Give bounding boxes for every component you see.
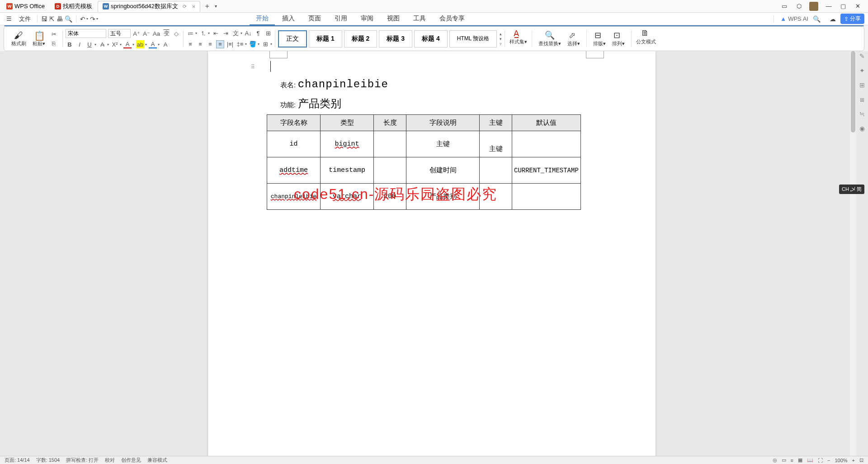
proofread[interactable]: 校对 (105, 457, 115, 464)
style-html[interactable]: HTML 预设格 (449, 30, 497, 47)
phonetic-icon[interactable]: 变 (162, 29, 170, 38)
grid-icon[interactable]: ⊞ (859, 81, 865, 89)
fontcolor-dropdown[interactable]: ▾ (132, 43, 134, 47)
style-scroll[interactable]: ▴▾▿ (499, 32, 502, 46)
save-icon[interactable]: 🖫 (41, 15, 47, 23)
align-left-icon[interactable]: ≡ (186, 40, 194, 48)
text-direction-icon[interactable]: 文 (231, 29, 240, 38)
close-window-icon[interactable]: ✕ (854, 3, 862, 9)
grow-font-icon[interactable]: A⁺ (132, 29, 141, 38)
select-button[interactable]: ⬀ 选择▾ (566, 30, 582, 47)
format-brush-button[interactable]: 🖌 格式刷 (9, 30, 28, 47)
bold-button[interactable]: B (66, 40, 74, 48)
increase-indent-icon[interactable]: ⇥ (222, 29, 230, 38)
zoom-value[interactable]: 100% (835, 458, 847, 463)
spell-check-status[interactable]: 拼写检查: 打开 (66, 457, 99, 464)
change-case-icon[interactable]: Aa (152, 29, 160, 38)
number-list-icon[interactable]: ⒈ (199, 29, 207, 38)
cut-icon[interactable]: ✂ (50, 30, 58, 38)
cube-icon[interactable]: ⬡ (795, 3, 803, 9)
shrink-font-icon[interactable]: A⁻ (142, 29, 151, 38)
decrease-indent-icon[interactable]: ⇤ (212, 29, 220, 38)
close-icon[interactable]: × (192, 3, 196, 10)
tab-tools[interactable]: 工具 (407, 13, 432, 25)
tab-vip[interactable]: 会员专享 (433, 13, 471, 25)
outline-view-icon[interactable]: ≡ (791, 458, 793, 463)
tab-review[interactable]: 审阅 (354, 13, 380, 25)
line-spacing-icon[interactable]: ‡≡ (236, 40, 244, 48)
tab-view[interactable]: 视图 (381, 13, 406, 25)
vertical-scrollbar[interactable] (850, 51, 856, 456)
tab-docer[interactable]: D 找稻壳模板 (50, 1, 97, 12)
drag-handle-icon[interactable]: ⠿ (251, 64, 255, 70)
cloud-icon[interactable]: ☁ (830, 15, 836, 23)
tab-page[interactable]: 页面 (302, 13, 327, 25)
table-row[interactable]: chanpinleibie varchar 200 产品类别 (267, 184, 581, 210)
distribute-icon[interactable]: |≡| (226, 40, 234, 48)
strikethrough-button[interactable]: A̶ (98, 40, 106, 48)
file-menu[interactable]: 文件 (16, 14, 33, 24)
bullet-dropdown[interactable]: ▾ (195, 31, 197, 35)
style-h2[interactable]: 标题 2 (344, 30, 377, 47)
ime-badge[interactable]: CH 乄 简 (839, 185, 864, 194)
italic-button[interactable]: I (75, 40, 84, 48)
web-view-icon[interactable]: ▦ (798, 457, 802, 463)
dir-dropdown[interactable]: ▾ (241, 31, 242, 35)
align-right-icon[interactable]: ≡ (206, 40, 214, 48)
wps-ai-button[interactable]: ▲ WPS AI (780, 15, 808, 22)
undo-icon[interactable]: ↶ (80, 15, 85, 23)
tab-document[interactable]: W springboot56d42数据库文 ⟳ × (98, 1, 200, 12)
format-marks-icon[interactable]: ⊞ (264, 29, 272, 38)
align-justify-icon[interactable]: ≡ (216, 40, 224, 48)
style-h1[interactable]: 标题 1 (309, 30, 342, 47)
docmode-button[interactable]: 🗎 公文模式 (634, 28, 658, 49)
align-center-icon[interactable]: ≡ (196, 40, 204, 48)
read-view-icon[interactable]: 📖 (807, 457, 813, 463)
pencil-icon[interactable]: ✎ (859, 52, 865, 60)
redo-dropdown[interactable]: ▾ (96, 17, 98, 21)
zoom-in-icon[interactable]: + (852, 458, 855, 463)
table-row[interactable]: id bigint 主键 主键 (267, 131, 581, 157)
strike-dropdown[interactable]: ▾ (107, 43, 109, 47)
underline-dropdown[interactable]: ▾ (94, 43, 96, 47)
font-color-button[interactable]: A (123, 40, 132, 48)
char-border-button[interactable]: A (161, 40, 170, 48)
style-h4[interactable]: 标题 4 (414, 30, 448, 47)
hamburger-icon[interactable]: ☰ (4, 14, 14, 23)
target-icon[interactable]: ◎ (773, 457, 777, 463)
scrollbar-thumb[interactable] (851, 51, 855, 133)
database-table[interactable]: 字段名称 类型 长度 字段说明 主键 默认值 id bigint 主键 主键 a… (267, 114, 581, 210)
word-count[interactable]: 字数: 1504 (36, 457, 60, 464)
paste-button[interactable]: 📋 粘贴▾ (31, 30, 47, 47)
stamp-icon[interactable]: ◉ (859, 125, 865, 132)
zoom-out-icon[interactable]: − (827, 458, 830, 463)
minimize-icon[interactable]: — (825, 3, 833, 9)
bullet-list-icon[interactable]: ≔ (186, 29, 194, 38)
compat-mode[interactable]: 兼容模式 (147, 457, 167, 464)
page-view-icon[interactable]: ▭ (782, 457, 786, 463)
export-icon[interactable]: ⇱ (49, 15, 55, 23)
tab-reference[interactable]: 引用 (328, 13, 354, 25)
sync-icon[interactable]: ⟳ (183, 4, 187, 9)
document-area[interactable]: ⠿ 表名: chanpinleibie 功能: 产品类别 字段名称 类型 长度 … (0, 51, 868, 456)
size-select[interactable] (108, 29, 131, 38)
tab-dropdown[interactable]: ▾ (213, 4, 219, 9)
highlight-dropdown[interactable]: ▾ (145, 43, 147, 47)
styleset-button[interactable]: A̲ 样式集▾ (508, 28, 529, 49)
avatar[interactable] (809, 2, 818, 11)
superscript-button[interactable]: X² (111, 40, 119, 48)
convert-icon[interactable]: ≒ (859, 110, 865, 118)
redo-icon[interactable]: ↷ (90, 15, 95, 23)
fill-color-icon[interactable]: 🪣 (249, 40, 257, 48)
underline-button[interactable]: U (85, 40, 94, 48)
fill-dropdown[interactable]: ▾ (258, 42, 259, 46)
style-normal[interactable]: 正文 (278, 30, 307, 47)
page-indicator[interactable]: 页面: 14/14 (5, 457, 30, 464)
undo-dropdown[interactable]: ▾ (86, 17, 88, 21)
add-tab-button[interactable]: + (201, 2, 212, 10)
maximize-icon[interactable]: ▢ (839, 3, 847, 9)
print-icon[interactable]: 🖶 (57, 15, 63, 23)
super-dropdown[interactable]: ▾ (120, 43, 122, 47)
clear-format-icon[interactable]: ◇ (172, 29, 180, 38)
table-row[interactable]: addtime timestamp 创建时间 CURRENT_TIMESTAMP (267, 157, 581, 184)
